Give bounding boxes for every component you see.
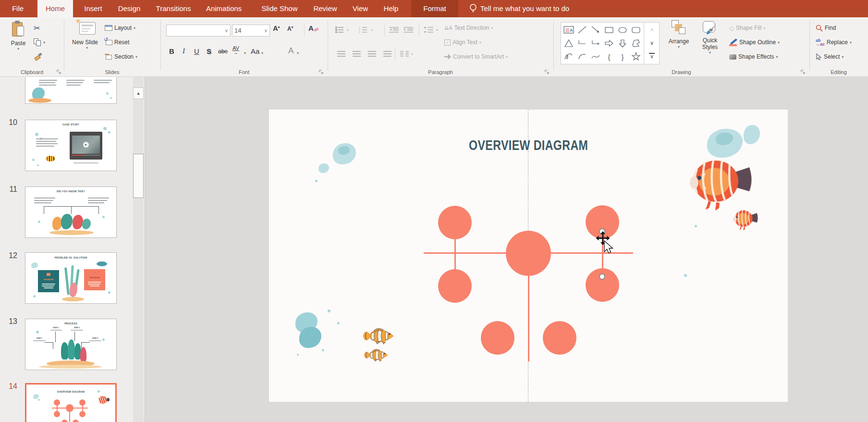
tab-transitions[interactable]: Transitions bbox=[153, 0, 194, 17]
shape-line[interactable] bbox=[575, 23, 589, 37]
shape-scribble[interactable] bbox=[562, 50, 575, 63]
shrink-font-button[interactable]: A▾ bbox=[287, 25, 293, 32]
shape-textbox[interactable]: A bbox=[562, 23, 575, 37]
columns-button[interactable] bbox=[398, 47, 411, 61]
chevron-down-icon[interactable]: ▾ bbox=[411, 52, 413, 56]
chevron-down-icon[interactable]: ▾ bbox=[347, 28, 349, 32]
slide-thumbnail-10[interactable]: CASE STUDY ▸ bbox=[25, 120, 117, 171]
replace-button[interactable]: ab→acReplace▾ bbox=[816, 37, 852, 48]
chevron-down-icon[interactable]: ▾ bbox=[371, 28, 373, 32]
diagram-circle-bottom-right[interactable] bbox=[543, 321, 576, 355]
shape-rectangle[interactable] bbox=[602, 23, 616, 37]
diagram-circle-bottom-left[interactable] bbox=[481, 321, 514, 355]
align-text-button[interactable]: ↕Align Text▾ bbox=[444, 37, 481, 48]
font-dialog-launcher[interactable] bbox=[319, 70, 324, 75]
shape-arc[interactable] bbox=[575, 50, 589, 63]
diagram-circle-left-bottom[interactable] bbox=[438, 269, 472, 303]
watercolor-blob[interactable] bbox=[299, 327, 321, 348]
format-painter-button[interactable] bbox=[34, 51, 42, 62]
tell-me-box[interactable]: Tell me what you want to do bbox=[480, 0, 600, 17]
diagram-circle-left-top[interactable] bbox=[438, 206, 472, 239]
align-center-button[interactable] bbox=[350, 47, 363, 61]
shape-down-arrow[interactable] bbox=[616, 37, 629, 50]
tab-insert[interactable]: Insert bbox=[79, 0, 108, 17]
shape-effects-button[interactable]: Shape Effects▾ bbox=[729, 51, 778, 62]
shape-fill-button[interactable]: ◇Shape Fill▾ bbox=[729, 22, 765, 34]
cut-button[interactable]: ✂ bbox=[34, 22, 40, 34]
quick-styles-button[interactable]: Quick Styles ▾ bbox=[697, 20, 723, 55]
convert-smartart-button[interactable]: Convert to SmartArt▾ bbox=[444, 51, 508, 62]
numbering-button[interactable]: 123 bbox=[356, 23, 370, 37]
diagram-circle-center[interactable] bbox=[506, 231, 551, 276]
tab-animations[interactable]: Animations bbox=[202, 0, 246, 17]
shape-rounded-rectangle[interactable] bbox=[629, 23, 643, 37]
increase-indent-button[interactable] bbox=[402, 23, 415, 37]
underline-button[interactable]: U bbox=[194, 47, 199, 55]
find-button[interactable]: Find bbox=[816, 22, 836, 34]
shape-outline-button[interactable]: Shape Outline▾ bbox=[729, 37, 780, 48]
shape-right-arrow[interactable] bbox=[602, 37, 616, 50]
thumbnail-scrollbar-thumb[interactable] bbox=[133, 154, 144, 198]
align-right-button[interactable] bbox=[365, 47, 379, 61]
shape-star[interactable] bbox=[629, 50, 643, 63]
chevron-down-icon[interactable]: ▾ bbox=[244, 51, 246, 55]
bullets-button[interactable] bbox=[333, 23, 346, 37]
shape-triangle[interactable] bbox=[562, 37, 575, 50]
tab-help[interactable]: Help bbox=[379, 0, 403, 17]
font-color-button[interactable]: A bbox=[288, 46, 293, 56]
grow-font-button[interactable]: A▴ bbox=[273, 24, 280, 32]
chevron-down-icon[interactable]: ▾ bbox=[436, 28, 438, 32]
change-case-button[interactable]: Aa bbox=[251, 47, 259, 55]
gallery-scroll-down[interactable]: ∨ bbox=[645, 36, 659, 50]
shape-arrow[interactable] bbox=[589, 23, 602, 37]
reset-button[interactable]: ↺ Reset bbox=[105, 37, 129, 48]
text-shadow-button[interactable]: S bbox=[207, 47, 211, 55]
strikethrough-button[interactable]: abe bbox=[218, 48, 228, 55]
tab-home[interactable]: Home bbox=[37, 0, 73, 17]
select-button[interactable]: Select▾ bbox=[816, 51, 844, 62]
slide-thumbnail-13[interactable]: PROCESS STEP 1 STEP 2 STEP 3 STEP 4 bbox=[25, 319, 117, 370]
paste-button[interactable]: Paste ▾ bbox=[6, 20, 31, 51]
section-button[interactable]: Section▾ bbox=[105, 51, 137, 62]
decrease-indent-button[interactable] bbox=[387, 23, 401, 37]
new-slide-button[interactable]: ✳ New Slide ▾ bbox=[70, 20, 104, 50]
copy-button[interactable]: ▾ bbox=[34, 37, 45, 48]
slide-thumbnail-12[interactable]: PROBLEM VS. SOLUTION PROBLEM ☼ SOLUTION bbox=[25, 252, 117, 304]
italic-button[interactable]: I bbox=[183, 47, 185, 55]
tab-design[interactable]: Design bbox=[113, 0, 145, 17]
chevron-down-icon[interactable]: ▾ bbox=[261, 51, 263, 55]
slide-title[interactable]: OVERVIEW DIAGRAM bbox=[269, 137, 788, 153]
clownfish-art[interactable] bbox=[363, 327, 411, 365]
tab-file[interactable]: File bbox=[4, 0, 32, 17]
tab-review[interactable]: Review bbox=[309, 0, 341, 17]
slide-thumbnail-11[interactable]: DID YOU KNOW THIS? bbox=[25, 186, 117, 238]
layout-button[interactable]: Layout▾ bbox=[105, 22, 135, 34]
thumbnail-scrollbar-track[interactable] bbox=[133, 77, 144, 422]
paragraph-dialog-launcher[interactable] bbox=[545, 70, 550, 75]
bold-button[interactable]: B bbox=[169, 47, 174, 55]
font-name-combo[interactable]: ∨ bbox=[166, 25, 231, 37]
chevron-down-icon[interactable]: ▾ bbox=[297, 51, 299, 55]
shape-right-brace[interactable]: } bbox=[616, 50, 629, 63]
slide-thumbnail-14-selected[interactable]: OVERVIEW DIAGRAM bbox=[25, 383, 117, 422]
shape-elbow-arrow-connector[interactable] bbox=[589, 37, 602, 50]
shape-left-brace[interactable]: { bbox=[602, 50, 616, 63]
selection-endpoint-handle-bottom[interactable] bbox=[599, 273, 605, 280]
justify-button[interactable] bbox=[380, 47, 394, 61]
clipboard-dialog-launcher[interactable] bbox=[57, 70, 62, 75]
slide-editing-surface[interactable]: OVERVIEW DIAGRAM bbox=[269, 110, 788, 402]
tropical-fish-art[interactable] bbox=[688, 154, 765, 236]
shape-curve[interactable] bbox=[589, 50, 602, 63]
watercolor-blob[interactable] bbox=[318, 163, 329, 173]
align-left-button[interactable] bbox=[334, 47, 348, 61]
shape-elbow-connector[interactable] bbox=[575, 37, 589, 50]
shape-freeform[interactable] bbox=[629, 37, 643, 50]
tab-format-contextual[interactable]: Format bbox=[411, 0, 458, 17]
tab-slide-show[interactable]: Slide Show bbox=[257, 0, 302, 17]
arrange-button[interactable]: Arrange ▾ bbox=[665, 20, 693, 49]
character-spacing-button[interactable]: AV↔ bbox=[232, 46, 239, 55]
thumbnail-scrollbar-up-button[interactable]: ▲ bbox=[133, 87, 144, 99]
shape-oval[interactable] bbox=[616, 23, 629, 37]
gallery-scroll-up[interactable]: ∧ bbox=[645, 23, 659, 36]
tab-view[interactable]: View bbox=[348, 0, 373, 17]
